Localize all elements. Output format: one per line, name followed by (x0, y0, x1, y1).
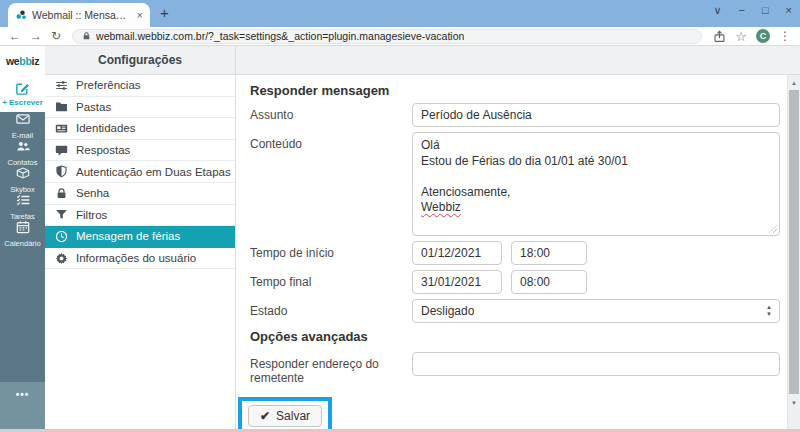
tab-strip: Webmail :: Mensagem de férias × + ∨ − □ … (0, 0, 800, 27)
section-title: Responder mensagem (250, 83, 800, 99)
settings-item-senha[interactable]: Senha (45, 183, 235, 205)
window-close-icon[interactable]: × (786, 4, 792, 17)
avatar[interactable]: C (756, 29, 770, 43)
settings-item-label: Informações do usuário (76, 252, 196, 264)
kebab-menu-icon[interactable]: ⋮ (779, 30, 791, 42)
body-line: Olá (421, 138, 771, 154)
clock-icon (55, 230, 68, 243)
sidebar-item-calendario[interactable]: Calendário (0, 220, 45, 247)
body-line: Atenciosamente, (421, 185, 771, 201)
sidebar-item-e-mail[interactable]: E-mail (0, 112, 45, 139)
settings-title: Configurações (45, 46, 236, 74)
reply-address-label: Responder endereço do remetente (250, 352, 412, 385)
save-button[interactable]: ✔ Salvar (248, 405, 322, 427)
settings-item-label: Respostas (76, 144, 130, 156)
box-icon (16, 166, 30, 184)
vertical-scrollbar[interactable]: ▲ ▼ (787, 75, 800, 429)
end-time-label: Tempo final (250, 270, 412, 289)
gear-icon (55, 252, 68, 265)
browser-chrome: Webmail :: Mensagem de férias × + ∨ − □ … (0, 0, 800, 46)
tasks-icon (16, 193, 30, 211)
sidebar-item-contatos[interactable]: Contatos (0, 139, 45, 166)
body-textarea[interactable]: OláEstou de Férias do dia 01/01 até 30/0… (412, 132, 780, 236)
sidebar-item-label: + Escrever (2, 98, 43, 107)
tab-close-icon[interactable]: × (137, 9, 143, 21)
settings-item-label: Senha (76, 187, 109, 199)
subject-input[interactable] (412, 103, 780, 127)
sidebar-item-compose[interactable]: + Escrever (0, 76, 45, 112)
scroll-up-icon[interactable]: ▲ (788, 76, 800, 89)
settings-item-label: Preferências (76, 79, 141, 91)
calendar-icon (16, 220, 30, 238)
settings-item-identidades[interactable]: Identidades (45, 118, 235, 140)
mail-icon (16, 112, 30, 130)
resize-handle-icon[interactable] (769, 225, 777, 233)
vacation-form: Responder mensagem Assunto Conteúdo OláE… (236, 75, 800, 432)
contacts-icon (16, 139, 30, 157)
webbiz-logo: webbiz (0, 46, 45, 76)
body-label: Conteúdo (250, 132, 412, 151)
sidebar-item-skybox[interactable]: Skybox (0, 166, 45, 193)
id-card-icon (55, 122, 68, 135)
end-date-input[interactable] (412, 270, 502, 294)
maximize-icon[interactable]: □ (762, 4, 769, 17)
settings-item-mensagem-de-ferias[interactable]: Mensagem de férias (45, 226, 235, 248)
chat-icon (55, 144, 68, 157)
reply-address-input[interactable] (412, 352, 780, 376)
save-button-label: Salvar (276, 409, 310, 423)
settings-item-filtros[interactable]: Filtros (45, 205, 235, 227)
forward-icon[interactable]: → (30, 30, 42, 42)
settings-item-preferencias[interactable]: Preferências (45, 75, 235, 97)
status-select[interactable]: Desligado ▲▼ (412, 299, 780, 323)
settings-item-label: Filtros (76, 209, 107, 221)
start-time-input[interactable] (511, 241, 587, 265)
reload-icon[interactable]: ↻ (51, 30, 61, 42)
status-label: Estado (250, 299, 412, 318)
folder-icon (55, 100, 68, 113)
minimize-icon[interactable]: − (738, 4, 744, 17)
status-value: Desligado (421, 304, 474, 318)
sidebar-item-tarefas[interactable]: Tarefas (0, 193, 45, 220)
favicon (15, 9, 27, 21)
settings-item-informacoes-do-usuario[interactable]: Informações do usuário (45, 248, 235, 270)
check-icon: ✔ (260, 409, 270, 423)
select-arrows-icon: ▲▼ (766, 304, 772, 318)
settings-item-pastas[interactable]: Pastas (45, 97, 235, 119)
shield-icon (55, 165, 68, 178)
end-time-input[interactable] (511, 270, 587, 294)
filter-icon (55, 208, 68, 221)
body-line (421, 169, 771, 185)
back-icon[interactable]: ← (9, 30, 21, 42)
highlight-box: ✔ Salvar (238, 397, 332, 432)
new-tab-button[interactable]: + (160, 4, 169, 21)
start-time-label: Tempo de início (250, 241, 412, 260)
url-bar[interactable]: webmail.webbiz.com.br/?_task=settings&_a… (72, 29, 702, 44)
body-line: Webbiz (421, 200, 771, 216)
sliders-icon (55, 79, 68, 92)
start-date-input[interactable] (412, 241, 502, 265)
settings-item-respostas[interactable]: Respostas (45, 140, 235, 162)
settings-item-label: Mensagem de férias (76, 230, 180, 242)
more-dots-icon: ••• (16, 389, 30, 432)
share-icon[interactable] (713, 30, 726, 43)
browser-toolbar: ← → ↻ webmail.webbiz.com.br/?_task=setti… (0, 27, 800, 46)
star-icon[interactable]: ☆ (735, 30, 747, 43)
settings-item-autenticacao-em-duas-etapas[interactable]: Autenticação em Duas Etapas (45, 161, 235, 183)
webmail-app: webbiz + Escrever E-mailContatosSkyboxTa… (0, 46, 800, 432)
lock-icon (82, 31, 91, 41)
lock-icon (55, 187, 68, 200)
app-sidebar: webbiz + Escrever E-mailContatosSkyboxTa… (0, 46, 45, 432)
body-line: Estou de Férias do dia 01/01 até 30/01 (421, 154, 771, 170)
advanced-section-title: Opções avançadas (250, 329, 800, 345)
app-header: Configurações (45, 46, 800, 75)
settings-item-label: Pastas (76, 101, 111, 113)
scroll-down-icon[interactable]: ▼ (788, 396, 800, 409)
chevron-down-icon[interactable]: ∨ (713, 4, 721, 17)
url-text: webmail.webbiz.com.br/?_task=settings&_a… (96, 30, 464, 42)
sidebar-item-label: Calendário (4, 239, 40, 248)
subject-label: Assunto (250, 103, 412, 122)
browser-tab[interactable]: Webmail :: Mensagem de férias × (8, 3, 150, 27)
sidebar-more-button[interactable]: ••• (0, 382, 45, 432)
scrollbar-thumb[interactable] (789, 90, 799, 394)
settings-item-label: Autenticação em Duas Etapas (76, 166, 231, 178)
